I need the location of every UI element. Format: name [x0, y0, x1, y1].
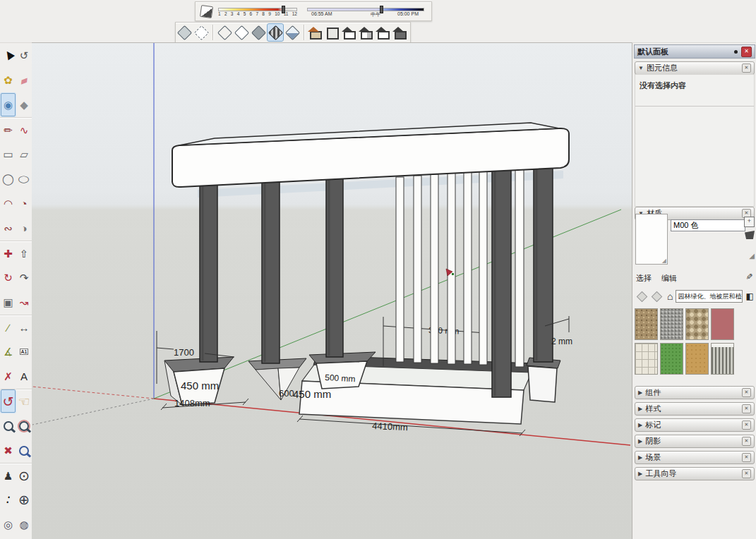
- extra-tool-2[interactable]: ◍: [16, 512, 32, 537]
- section-header-2[interactable]: ▶样式✕: [635, 402, 755, 416]
- create-material-icon[interactable]: +: [744, 217, 755, 227]
- material-name-input[interactable]: [671, 219, 745, 231]
- shadow-time-slider[interactable]: 06:55 AM 中午 05:00 PM: [307, 4, 424, 19]
- right-view-icon[interactable]: [359, 24, 374, 41]
- soften-edges-tool[interactable]: ◉: [0, 92, 16, 117]
- position-camera-tool[interactable]: ♟: [0, 463, 16, 487]
- dim-pad-b: 450 mm: [293, 388, 331, 400]
- filled-arc-tool-icon: ◑: [20, 223, 27, 234]
- shaded-mode-icon[interactable]: [251, 24, 266, 41]
- paint-bucket-tool[interactable]: ✿: [0, 68, 16, 92]
- section-header-3[interactable]: ▶标记✕: [635, 418, 755, 432]
- swatch-stone-pavers[interactable]: [635, 343, 658, 375]
- swatch-gravel-gray[interactable]: [660, 308, 683, 340]
- look-around-tool[interactable]: ⊙: [16, 463, 32, 487]
- modeling-viewport[interactable]: 390 mm: [32, 42, 632, 539]
- tray-title-bar[interactable]: 默认面板 ✕: [634, 44, 755, 59]
- section-close-button[interactable]: ✕: [742, 388, 751, 397]
- orbit-tool[interactable]: ↺: [0, 389, 16, 413]
- section-close-button[interactable]: ✕: [742, 420, 751, 430]
- swatch-gravel-brown[interactable]: [635, 308, 658, 340]
- offset-tool[interactable]: ▣: [0, 290, 16, 315]
- xray-mode-icon[interactable]: [176, 24, 192, 41]
- section-close-button[interactable]: ✕: [742, 404, 751, 413]
- top-view-icon[interactable]: [325, 24, 340, 41]
- section-header-4[interactable]: ▶阴影✕: [635, 435, 755, 448]
- hidden-line-mode-icon[interactable]: [234, 24, 249, 41]
- ellipse-tool[interactable]: ◯: [16, 166, 32, 191]
- eraser-tool[interactable]: ▰: [16, 68, 32, 92]
- zoom-window-tool[interactable]: [16, 413, 32, 438]
- walk-tool[interactable]: ∶: [0, 487, 16, 512]
- wireframe-mode-icon[interactable]: [217, 24, 232, 41]
- section-header-6[interactable]: ▶工具向导✕: [635, 467, 755, 480]
- filled-arc-tool[interactable]: ◑: [16, 216, 32, 241]
- rotate-tool[interactable]: ↻: [0, 265, 16, 290]
- section-header-1[interactable]: ▶组件✕: [635, 386, 755, 399]
- drag-triangle-icon[interactable]: ◢: [749, 252, 755, 260]
- shadow-toggle-icon[interactable]: [200, 4, 213, 18]
- dimension-tool[interactable]: ↔: [16, 315, 32, 339]
- zoom-extents-tool[interactable]: ✖: [0, 438, 16, 463]
- paint-bucket-icon[interactable]: [745, 231, 755, 239]
- home-icon[interactable]: ⌂: [667, 291, 673, 302]
- crosshair-tool[interactable]: ⊕: [16, 487, 32, 512]
- material-category-dropdown[interactable]: 园林绿化、地被层和植被 ∨: [676, 290, 743, 303]
- pin-icon[interactable]: [734, 50, 738, 54]
- text-tool[interactable]: A1: [16, 339, 32, 364]
- solid-shape-tool[interactable]: ◆: [16, 92, 32, 117]
- line-tool[interactable]: ✏: [0, 117, 16, 142]
- dim-pad-a: 600: [279, 388, 294, 399]
- material-preview[interactable]: ◢: [635, 214, 668, 265]
- front-view-icon[interactable]: [342, 24, 357, 41]
- tape-measure-tool[interactable]: ∕: [0, 315, 16, 339]
- shaded-textures-mode-icon[interactable]: [268, 24, 283, 41]
- follow-me-tool[interactable]: ↷: [16, 265, 32, 290]
- forward-arrow-icon[interactable]: [652, 291, 663, 302]
- swatch-metal-fence[interactable]: [711, 343, 734, 375]
- axes-tool[interactable]: ✗: [0, 364, 16, 389]
- lasso-select-tool[interactable]: ↺: [16, 43, 32, 68]
- 3d-text-tool[interactable]: A: [16, 364, 32, 389]
- left-view-icon[interactable]: [392, 24, 408, 41]
- tab-edit[interactable]: 编辑: [661, 273, 677, 284]
- section-close-button[interactable]: ✕: [742, 469, 751, 478]
- model-canvas[interactable]: 390 mm: [32, 43, 632, 539]
- back-view-icon[interactable]: [376, 24, 391, 41]
- previous-view-tool[interactable]: [16, 438, 32, 463]
- swatch-sand-tan[interactable]: [685, 343, 709, 375]
- resize-handle-icon[interactable]: ◢: [662, 258, 666, 264]
- select-tool[interactable]: ▶: [0, 43, 16, 68]
- monochrome-mode-icon[interactable]: [284, 24, 300, 41]
- tray-close-button[interactable]: ✕: [741, 47, 752, 57]
- back-edges-icon[interactable]: [193, 24, 209, 41]
- sample-paint-icon[interactable]: ✎: [744, 273, 754, 280]
- entity-info-close-button[interactable]: ✕: [742, 63, 751, 73]
- rectangle-tool[interactable]: ▭: [0, 142, 16, 166]
- details-pane-icon[interactable]: ◧: [745, 291, 753, 301]
- twist-tool[interactable]: ↝: [16, 290, 32, 315]
- back-arrow-icon[interactable]: [637, 291, 648, 302]
- swatch-grass-green[interactable]: [660, 343, 683, 375]
- rotated-rectangle-tool[interactable]: ▱: [16, 142, 32, 166]
- arc-tool[interactable]: ◠: [0, 191, 16, 216]
- pie-tool[interactable]: ◔: [16, 191, 32, 216]
- section-header-5[interactable]: ▶场景✕: [635, 451, 755, 464]
- protractor-tool[interactable]: ∡: [0, 339, 16, 364]
- push-pull-tool[interactable]: ⇧: [16, 241, 32, 265]
- freehand-tool[interactable]: ∿: [16, 117, 32, 142]
- zoom-tool[interactable]: [0, 413, 16, 438]
- extra-tool-1[interactable]: ◎: [0, 512, 16, 537]
- swatch-brick-red[interactable]: [711, 308, 734, 340]
- section-close-button[interactable]: ✕: [742, 437, 751, 446]
- tab-select[interactable]: 选择: [636, 273, 652, 284]
- circle-tool[interactable]: ◯: [0, 166, 16, 191]
- shadow-date-slider[interactable]: 123456789101112: [218, 4, 297, 19]
- iso-view-icon[interactable]: [308, 24, 323, 41]
- swatch-river-rock[interactable]: [685, 308, 709, 340]
- move-tool[interactable]: ✚: [0, 241, 16, 265]
- section-close-button[interactable]: ✕: [742, 453, 751, 462]
- curve-tool[interactable]: ∾: [0, 216, 16, 241]
- pan-tool[interactable]: ☜: [16, 389, 32, 413]
- entity-info-header[interactable]: ▼ 图元信息 ✕: [635, 61, 755, 75]
